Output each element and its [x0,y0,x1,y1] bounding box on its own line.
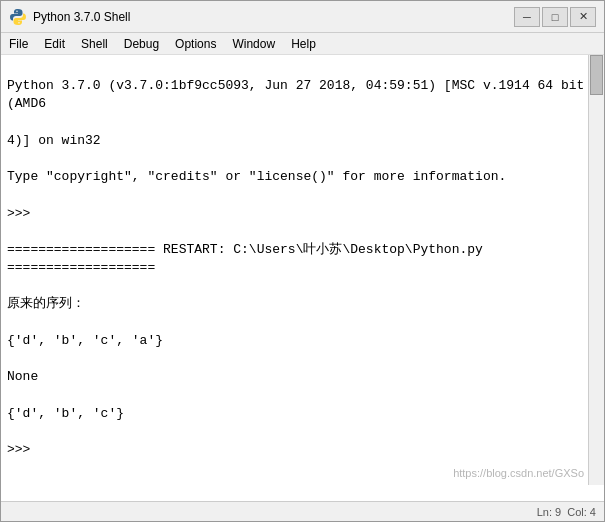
menu-bar: File Edit Shell Debug Options Window Hel… [1,33,604,55]
close-button[interactable]: ✕ [570,7,596,27]
menu-debug[interactable]: Debug [116,33,167,54]
scrollbar-thumb[interactable] [590,55,603,95]
title-controls: ─ □ ✕ [514,7,596,27]
output-line-1: Python 3.7.0 (v3.7.0:1bf9cc5093, Jun 27 … [7,77,598,113]
output-line-6: 原来的序列： [7,295,598,313]
window-title: Python 3.7.0 Shell [33,10,130,24]
maximize-button[interactable]: □ [542,7,568,27]
python-shell-window: Python 3.7.0 Shell ─ □ ✕ File Edit Shell… [0,0,605,522]
output-line-4: >>> [7,205,598,223]
scrollbar[interactable] [588,55,604,485]
status-ln: Ln: 9 [537,506,561,518]
menu-help[interactable]: Help [283,33,324,54]
output-line-9: {'d', 'b', 'c'} [7,405,598,423]
output-line-3: Type "copyright", "credits" or "license(… [7,168,598,186]
menu-window[interactable]: Window [224,33,283,54]
python-icon [9,8,27,26]
output-line-2: 4)] on win32 [7,132,598,150]
menu-file[interactable]: File [1,33,36,54]
title-bar: Python 3.7.0 Shell ─ □ ✕ [1,1,604,33]
shell-output[interactable]: Python 3.7.0 (v3.7.0:1bf9cc5093, Jun 27 … [1,55,604,501]
output-line-5: =================== RESTART: C:\Users\叶小… [7,241,598,277]
content-area: Python 3.7.0 (v3.7.0:1bf9cc5093, Jun 27 … [1,55,604,501]
minimize-button[interactable]: ─ [514,7,540,27]
status-col: Col: 4 [567,506,596,518]
menu-options[interactable]: Options [167,33,224,54]
output-line-7: {'d', 'b', 'c', 'a'} [7,332,598,350]
menu-edit[interactable]: Edit [36,33,73,54]
output-line-10: >>> [7,441,598,459]
title-bar-left: Python 3.7.0 Shell [9,8,130,26]
output-line-8: None [7,368,598,386]
menu-shell[interactable]: Shell [73,33,116,54]
status-bar: Ln: 9 Col: 4 [1,501,604,521]
